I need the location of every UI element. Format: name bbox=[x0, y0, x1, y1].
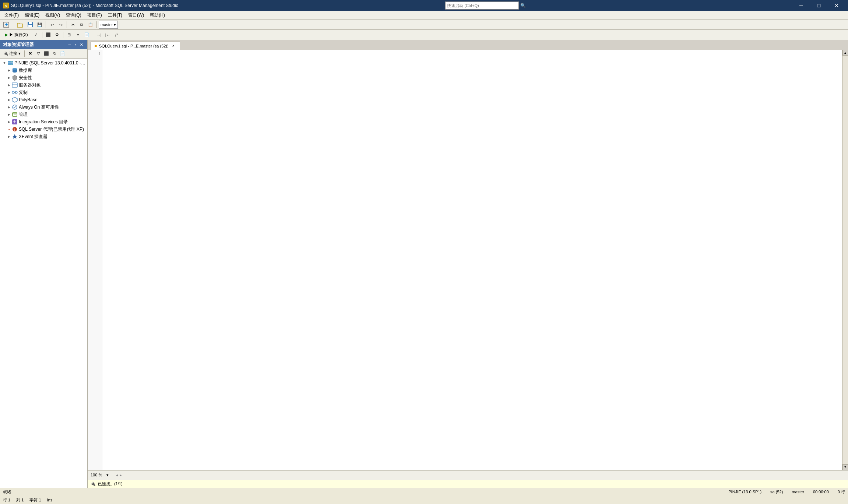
tree-alwayson[interactable]: ▶ Always On 高可用性 bbox=[0, 103, 87, 111]
tab-bar: SQLQuery1.sql - P...E.master (sa (52)) × bbox=[88, 40, 848, 50]
tree-root-item[interactable]: ▼ PINJIE (SQL Server 13.0.4001.0 - sa) bbox=[0, 59, 87, 67]
editor-content[interactable]: 1 bbox=[88, 50, 842, 470]
results-file-btn[interactable]: 📄 bbox=[83, 31, 91, 39]
tree-replication[interactable]: ▶ 复制 bbox=[0, 89, 87, 96]
server-info: PINJIE (13.0 SP1) bbox=[728, 490, 761, 494]
menu-window[interactable]: 窗口(W) bbox=[125, 11, 147, 19]
paste-btn[interactable]: 📋 bbox=[87, 21, 95, 29]
stop-btn[interactable]: ⬛ bbox=[44, 31, 52, 39]
tree-db-toggle[interactable]: ▶ bbox=[6, 67, 12, 73]
replication-icon bbox=[12, 89, 18, 95]
save-btn[interactable] bbox=[25, 21, 35, 29]
tree-is-toggle[interactable]: ▶ bbox=[6, 119, 12, 125]
debug-btn[interactable]: ⚙ bbox=[53, 31, 61, 39]
menu-file[interactable]: 文件(F) bbox=[1, 11, 22, 19]
tree-security[interactable]: ▶ 安全性 bbox=[0, 74, 87, 81]
comment-btn[interactable]: /* bbox=[113, 31, 121, 39]
tree-databases[interactable]: ▶ 数据库 bbox=[0, 67, 87, 74]
toolbar2-sep-2 bbox=[63, 32, 63, 38]
management-icon bbox=[12, 112, 18, 117]
toolbar-sep-2 bbox=[46, 21, 46, 28]
parse-btn[interactable]: ✓ bbox=[32, 31, 40, 39]
open-btn[interactable] bbox=[15, 21, 25, 29]
tree-so-toggle[interactable]: ▶ bbox=[6, 82, 12, 88]
zoom-dropdown-btn[interactable]: ▾ bbox=[103, 471, 112, 479]
results-text-btn[interactable]: ≡ bbox=[74, 31, 82, 39]
zoom-bar: 100 % ▾ ◂ ▸ bbox=[88, 470, 848, 480]
save-all-btn[interactable]: 💾 bbox=[36, 21, 44, 29]
oe-refresh-btn[interactable]: ↻ bbox=[51, 50, 58, 57]
query-tab[interactable]: SQLQuery1.sql - P...E.master (sa (52)) × bbox=[91, 42, 180, 50]
maximize-button[interactable]: □ bbox=[810, 0, 827, 11]
menu-help[interactable]: 帮助(H) bbox=[147, 11, 168, 19]
user-info: sa (52) bbox=[770, 490, 783, 494]
scroll-track[interactable] bbox=[842, 56, 848, 464]
cut-btn[interactable]: ✂ bbox=[69, 21, 77, 29]
svg-rect-19 bbox=[13, 113, 17, 116]
oe-stop-btn[interactable]: ⬛ bbox=[43, 50, 50, 57]
quick-launch-input[interactable] bbox=[445, 1, 519, 10]
oe-disconnect-btn[interactable]: ✖ bbox=[27, 50, 34, 57]
tree-integration-services[interactable]: ▶ Integration Services 目录 bbox=[0, 118, 87, 126]
new-query-btn[interactable] bbox=[1, 21, 11, 29]
tree-management[interactable]: ▶ 管理 bbox=[0, 111, 87, 118]
char-indicator: 字符 1 bbox=[29, 497, 41, 503]
svg-marker-18 bbox=[12, 97, 17, 102]
menu-edit[interactable]: 编辑(E) bbox=[22, 11, 42, 19]
title-search-area: 🔍 bbox=[445, 1, 526, 10]
scroll-up-arrow[interactable]: ▲ bbox=[842, 50, 848, 56]
tree-agent-toggle[interactable]: ⬥ bbox=[6, 126, 12, 132]
toolbar-sep-4 bbox=[96, 21, 97, 28]
tree-pb-toggle[interactable]: ▶ bbox=[6, 97, 12, 103]
tree-root-toggle[interactable]: ▼ bbox=[1, 60, 7, 66]
menu-project[interactable]: 项目(P) bbox=[84, 11, 105, 19]
sql-editor[interactable] bbox=[102, 50, 842, 470]
main-toolbar: 💾 ↩ ↪ ✂ ⧉ 📋 master ▾ bbox=[0, 20, 848, 30]
tree-ao-toggle[interactable]: ▶ bbox=[6, 104, 12, 110]
results-grid-btn[interactable]: ⊞ bbox=[65, 31, 73, 39]
oe-toolbar: 🔌 连接 ▾ ✖ ▽ ⬛ ↻ 📄 bbox=[0, 49, 87, 59]
title-bar: S SQLQuery1.sql - PINJIE.master (sa (52)… bbox=[0, 0, 848, 11]
minimize-button[interactable]: ─ bbox=[793, 0, 810, 11]
oe-float-btn[interactable]: ▪ bbox=[73, 42, 78, 47]
search-icon: 🔍 bbox=[520, 3, 526, 8]
svg-point-13 bbox=[13, 68, 17, 70]
outdent-btn[interactable]: |← bbox=[104, 31, 112, 39]
tab-label: SQLQuery1.sql - P...E.master (sa (52)) bbox=[99, 44, 169, 48]
tree-xe-toggle[interactable]: ▶ bbox=[6, 134, 12, 140]
editor-scrollbar[interactable]: ▲ ▼ bbox=[842, 50, 848, 470]
execute-btn[interactable]: ▶ ▶ 执行(X) bbox=[1, 31, 31, 39]
tab-close-button[interactable]: × bbox=[171, 43, 176, 49]
tree-rep-toggle[interactable]: ▶ bbox=[6, 89, 12, 95]
menu-query[interactable]: 查询(Q) bbox=[63, 11, 84, 19]
scroll-down-arrow[interactable]: ▼ bbox=[842, 464, 848, 470]
tree-mgmt-toggle[interactable]: ▶ bbox=[6, 112, 12, 117]
redo-btn[interactable]: ↪ bbox=[57, 21, 65, 29]
scroll-left-arrow[interactable]: ◂ bbox=[116, 473, 118, 477]
tree-sql-agent[interactable]: ⬥ ! SQL Server 代理(已禁用代理 XP) bbox=[0, 126, 87, 133]
ins-indicator: Ins bbox=[47, 498, 53, 502]
indent-btn[interactable]: →| bbox=[95, 31, 103, 39]
copy-btn[interactable]: ⧉ bbox=[78, 21, 86, 29]
tree-server-objects[interactable]: ▶ 服务器对象 bbox=[0, 81, 87, 89]
tree-polybase[interactable]: ▶ PolyBase bbox=[0, 96, 87, 103]
scroll-right-arrow[interactable]: ▸ bbox=[120, 473, 122, 477]
oe-close-btn[interactable]: ✕ bbox=[79, 42, 84, 47]
connect-btn[interactable]: 🔌 连接 ▾ bbox=[1, 50, 22, 57]
oe-filter-btn[interactable]: ▽ bbox=[35, 50, 42, 57]
menu-tools[interactable]: 工具(T) bbox=[105, 11, 125, 19]
server-objects-icon bbox=[12, 82, 18, 88]
undo-btn[interactable]: ↩ bbox=[48, 21, 56, 29]
oe-summary-btn[interactable]: 📄 bbox=[59, 50, 66, 57]
svg-text:S: S bbox=[5, 4, 7, 8]
db-selector[interactable]: master ▾ bbox=[99, 21, 118, 29]
tree-xevent[interactable]: ▶ XEvent 探查器 bbox=[0, 133, 87, 140]
main-area: 对象资源管理器 ─ ▪ ✕ 🔌 连接 ▾ ✖ ▽ ⬛ ↻ 📄 bbox=[0, 40, 848, 488]
tree-security-toggle[interactable]: ▶ bbox=[6, 75, 12, 81]
oe-pin-btn[interactable]: ─ bbox=[67, 42, 72, 47]
object-explorer-title-bar: 对象资源管理器 ─ ▪ ✕ bbox=[0, 40, 87, 49]
polybase-icon bbox=[12, 97, 18, 103]
close-button[interactable]: ✕ bbox=[828, 0, 845, 11]
menu-view[interactable]: 视图(V) bbox=[42, 11, 63, 19]
rows-info: 0 行 bbox=[838, 489, 845, 495]
